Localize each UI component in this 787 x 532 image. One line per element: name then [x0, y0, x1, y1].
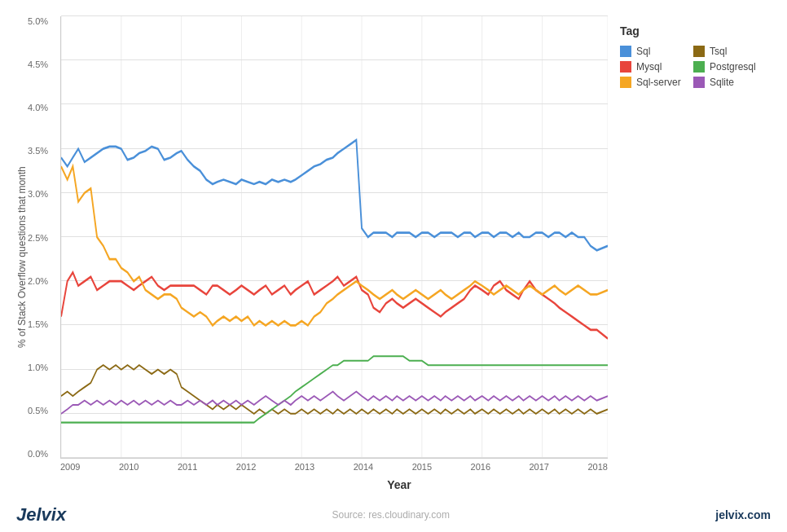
- legend-item-label: Sql-server: [636, 77, 681, 88]
- chart-top: 0.0%0.5%1.0%1.5%2.0%2.5%3.0%3.5%4.0%4.5%…: [28, 16, 771, 459]
- x-tick-label: 2016: [471, 462, 490, 472]
- legend-color-box: [620, 61, 631, 73]
- y-tick-label: 0.0%: [28, 449, 56, 459]
- footer-brand-left: Jelvix: [16, 504, 66, 525]
- legend-item: Sql: [620, 46, 685, 57]
- legend-item: Tsql: [693, 46, 758, 57]
- legend-item-label: Postgresql: [710, 61, 756, 73]
- legend-item: Sqlite: [693, 77, 758, 88]
- x-tick-label: 2015: [412, 462, 432, 472]
- x-tick-labels: 2009201020112012201320142015201620172018: [28, 462, 771, 472]
- y-tick-label: 2.0%: [28, 276, 56, 286]
- sqlserver-line: [61, 166, 608, 325]
- y-tick-label: 3.5%: [28, 146, 56, 156]
- legend-color-box: [693, 77, 705, 88]
- legend-color-box: [693, 46, 705, 57]
- legend-item: Postgresql: [693, 61, 758, 73]
- legend-title: Tag: [620, 24, 758, 37]
- y-tick-label: 1.5%: [28, 319, 56, 329]
- tsql-line: [61, 365, 608, 414]
- legend-color-box: [620, 46, 631, 57]
- y-tick-container: 0.0%0.5%1.0%1.5%2.0%2.5%3.0%3.5%4.0%4.5%…: [28, 16, 60, 459]
- y-tick-label: 2.5%: [28, 233, 56, 243]
- legend-item-label: Mysql: [636, 61, 662, 73]
- footer: Jelvix Source: res.cloudinary.com jelvix…: [0, 498, 787, 532]
- footer-source: Source: res.cloudinary.com: [332, 509, 450, 521]
- sql-line: [61, 140, 608, 251]
- y-tick-label: 4.0%: [28, 103, 56, 112]
- x-tick-label: 2018: [587, 462, 607, 472]
- chart-container: % of Stack Overflow questions that month…: [0, 0, 787, 498]
- x-tick-label: 2014: [354, 462, 373, 472]
- legend-item-label: Tsql: [710, 46, 727, 57]
- chart-area: % of Stack Overflow questions that month…: [16, 16, 771, 498]
- plot-area: [60, 16, 608, 459]
- x-tick-label: 2012: [236, 462, 256, 472]
- legend-item-label: Sql: [636, 46, 650, 57]
- chart-svg: [61, 16, 608, 458]
- y-tick-labels: 0.0%0.5%1.0%1.5%2.0%2.5%3.0%3.5%4.0%4.5%…: [28, 16, 60, 459]
- x-tick-label: 2010: [119, 462, 138, 472]
- legend-color-box: [620, 77, 631, 88]
- y-tick-label: 3.0%: [28, 189, 56, 199]
- x-tick-label: 2013: [295, 462, 314, 472]
- x-tick-label: 2011: [178, 462, 197, 472]
- mysql-line: [61, 272, 608, 338]
- footer-brand-right: jelvix.com: [715, 508, 771, 521]
- y-tick-label: 5.0%: [28, 16, 56, 26]
- y-axis-label: % of Stack Overflow questions that month: [16, 16, 28, 498]
- y-tick-label: 1.0%: [28, 363, 56, 372]
- legend-item: Mysql: [620, 61, 685, 73]
- legend-grid: SqlTsqlMysqlPostgresqlSql-serverSqlite: [620, 46, 758, 88]
- x-axis-label: Year: [28, 472, 771, 498]
- x-tick-label: 2017: [530, 462, 549, 472]
- x-tick-label: 2009: [60, 462, 80, 472]
- plot-with-yticks: 0.0%0.5%1.0%1.5%2.0%2.5%3.0%3.5%4.0%4.5%…: [28, 16, 608, 459]
- sqlite-line: [61, 392, 608, 414]
- chart-inner: 0.0%0.5%1.0%1.5%2.0%2.5%3.0%3.5%4.0%4.5%…: [28, 16, 771, 498]
- y-tick-label: 4.5%: [28, 59, 56, 69]
- legend-color-box: [693, 61, 705, 73]
- legend-item-label: Sqlite: [710, 77, 734, 88]
- legend-item: Sql-server: [620, 77, 685, 88]
- legend-area: Tag SqlTsqlMysqlPostgresqlSql-serverSqli…: [608, 16, 771, 459]
- y-tick-label: 0.5%: [28, 406, 56, 415]
